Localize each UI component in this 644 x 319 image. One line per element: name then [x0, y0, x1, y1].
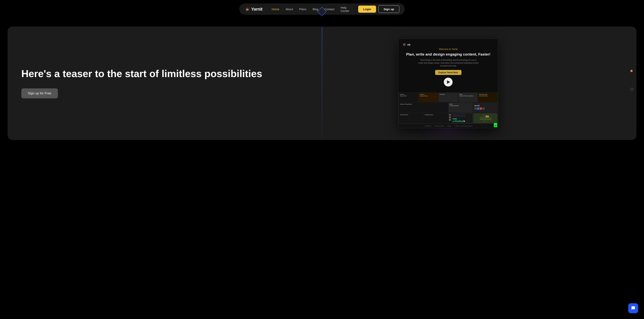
svg-rect-8 [486, 115, 489, 117]
footer-copyright: © 2022, Yarnit Innovations [454, 125, 472, 127]
specials-title: Specials [474, 105, 480, 106]
canvas-heading-cell: Add a Heading [452, 113, 473, 123]
svg-line-6 [484, 114, 484, 122]
canvas-map-cell [474, 113, 498, 123]
logo-icon [245, 6, 250, 12]
canvas-create-presentation: Create a Presentation [399, 103, 448, 113]
hero-title: Here's a teaser to the start of limitles… [21, 68, 274, 79]
nav-link-about[interactable]: About [286, 7, 293, 11]
canvas-col-right: ShareProduct Benefits Specials [448, 103, 498, 123]
canvas-cell-1: Create aHow-to Post [399, 93, 418, 102]
preview-footer: Conditions Privacy Policy About © 2022, … [398, 124, 498, 128]
canvas-cell-4-label: ShareProduct Feature Updates. [459, 94, 477, 97]
canvas-cell-5: End Story withA Call to Action Aa [478, 93, 498, 102]
chat-icon [631, 306, 636, 311]
diamond-icon [317, 6, 327, 17]
svg-line-7 [486, 114, 487, 122]
canvas-right-top: ShareProduct Benefits Specials [448, 103, 498, 113]
svg-marker-2 [464, 120, 465, 122]
canvas-heading-section: Add a Heading [448, 113, 473, 123]
svg-line-5 [480, 119, 491, 120]
heading-label: Add [453, 118, 472, 120]
nav-links: Home About Plans Blog Contact Help Cente… [272, 6, 351, 12]
hero-signup-button[interactable]: Sign up for Free [21, 88, 58, 98]
canvas-col-left: Create a Presentation Facebook post Inst… [399, 103, 448, 123]
canvas-right-bottom: Add a Heading [448, 113, 498, 123]
canvas-cell-3-label: Introduce [440, 94, 457, 95]
map-icon [480, 114, 491, 122]
preview-cta-button[interactable]: Explore Yarnit Beta [435, 70, 462, 75]
canvas-social-row: Facebook post Instagram post [399, 113, 448, 123]
signup-button[interactable]: Sign up [378, 5, 399, 13]
thumbnail-strip [453, 114, 472, 117]
canvas-cell-3: Introduce [438, 93, 458, 102]
canvas-instagram: Instagram post [424, 113, 448, 123]
svg-line-4 [480, 118, 491, 118]
play-button[interactable] [444, 78, 452, 86]
nav-link-help[interactable]: Help Center [341, 6, 352, 12]
footer-link-privacy[interactable]: Privacy Policy [434, 125, 444, 127]
nav-link-plans[interactable]: Plans [299, 7, 306, 11]
heading-label-2: a Heading [453, 120, 472, 122]
canvas-share-product: ShareProduct Benefits [448, 103, 473, 113]
preview-headline: Plan, write and design engaging content,… [402, 52, 494, 57]
canvas-row-1: Create aHow-to Post Create aCarousel pos… [398, 92, 498, 103]
footer-link-about[interactable]: About [447, 125, 451, 127]
preview-subtext: Yarnit brings in the best of Storytellin… [418, 59, 479, 67]
canvas-specials: Specials [474, 103, 498, 113]
chat-widget[interactable] [628, 303, 638, 313]
nav-actions: Login Sign up [358, 5, 399, 13]
dot-ring-decoration [630, 88, 634, 91]
canvas-cell-2: Create aCarousel post [419, 93, 438, 102]
hero-right-section: nit Welcome to Yarnit Plan, write and de… [274, 38, 623, 128]
canvas-cell-4: ShareProduct Feature Updates. [458, 93, 478, 102]
aa-badge: Aa [494, 123, 497, 127]
preview-header: nit Welcome to Yarnit Plan, write and de… [398, 39, 498, 92]
preview-logo-icon [402, 43, 406, 46]
logo-text: Yarnit [251, 7, 262, 12]
specials-icons [474, 107, 497, 110]
preview-card: nit Welcome to Yarnit Plan, write and de… [398, 38, 498, 128]
canvas-toolbar [448, 113, 451, 123]
canvas-area: Create aHow-to Post Create aCarousel pos… [398, 92, 498, 124]
preview-welcome: Welcome to Yarnit [402, 48, 494, 50]
footer-link-conditions[interactable]: Conditions [424, 125, 432, 127]
canvas-cell-1-label: Create aHow-to Post [400, 94, 417, 97]
canvas-row-2: Create a Presentation Facebook post Inst… [398, 103, 498, 124]
dot-pink-decoration [630, 70, 633, 72]
preview-logo-text: nit [407, 43, 410, 46]
hero-card: Here's a teaser to the start of limitles… [8, 27, 636, 140]
logo-link[interactable]: Yarnit [245, 6, 262, 12]
canvas-cell-2-label: Create aCarousel post [420, 94, 437, 97]
login-button[interactable]: Login [358, 5, 376, 13]
hero-left-section: Here's a teaser to the start of limitles… [21, 68, 274, 98]
canvas-cell-5-label: End Story withA Call to Action [479, 94, 496, 97]
canvas-facebook: Facebook post [399, 113, 423, 123]
nav-link-home[interactable]: Home [272, 7, 279, 11]
preview-logo-row: nit [402, 43, 494, 46]
play-icon [447, 80, 450, 84]
cursor-icon [464, 120, 465, 122]
